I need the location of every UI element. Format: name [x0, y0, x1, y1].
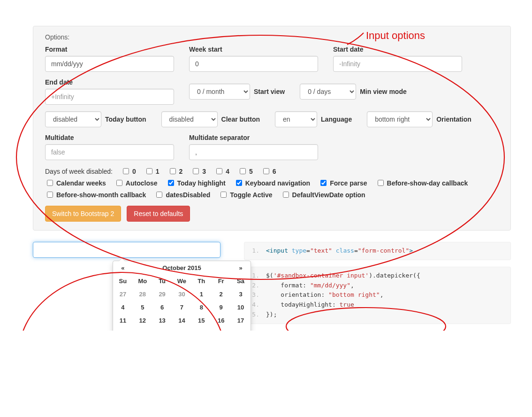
options-panel: Options: Format Week start Start date En… [33, 26, 511, 231]
datepicker-day[interactable]: 9 [211, 301, 231, 314]
datepicker-title[interactable]: October 2015 [133, 261, 231, 274]
startdate-input[interactable] [333, 56, 462, 72]
datepicker-day[interactable]: 29 [152, 287, 172, 301]
dow-1-checkbox[interactable] [146, 168, 152, 174]
multidate-label: Multidate [45, 134, 174, 141]
datepicker-dow: Mo [133, 274, 152, 287]
datepicker-day[interactable]: 13 [152, 314, 172, 327]
datepicker-day[interactable]: 6 [152, 301, 172, 314]
before-show-day-label: Before-show-day callback [387, 179, 468, 187]
dow-5-label: 5 [249, 168, 253, 175]
datepicker-day[interactable]: 14 [172, 314, 192, 327]
minviewmode-label: Min view mode [360, 88, 407, 95]
dow-2-label: 2 [179, 168, 183, 175]
datepicker-next-button[interactable]: » [231, 261, 251, 274]
datepicker-dow: Sa [231, 274, 251, 287]
datepicker-day[interactable]: 8 [191, 301, 211, 314]
dates-disabled-checkbox[interactable] [156, 192, 162, 198]
multidate-sep-label: Multidate separator [189, 134, 318, 141]
calendar-weeks-label: Calendar weeks [56, 179, 106, 187]
datepicker-day[interactable]: 2 [211, 287, 231, 301]
datepicker-dow: We [172, 274, 192, 287]
dow-3-label: 3 [202, 168, 206, 175]
keyboard-nav-checkbox[interactable] [236, 180, 242, 186]
datepicker-day[interactable]: 4 [113, 301, 133, 314]
datepicker-dow: Tu [152, 274, 172, 287]
weekstart-input[interactable] [189, 56, 318, 72]
dow-disabled-row: Days of week disabled: 0 1 2 3 4 5 6 [45, 167, 499, 176]
datepicker-popup: « October 2015 » SuMoTuWeThFrSa 27282930… [113, 261, 251, 331]
dow-3-checkbox[interactable] [193, 168, 199, 174]
datepicker-day[interactable]: 1 [191, 287, 211, 301]
weekstart-label: Week start [189, 46, 318, 53]
today-highlight-label: Today highlight [177, 179, 226, 187]
language-select[interactable]: en [275, 111, 317, 127]
force-parse-label: Force parse [330, 179, 367, 187]
before-show-month-checkbox[interactable] [47, 192, 53, 198]
format-input[interactable] [45, 56, 174, 72]
dow-0-label: 0 [132, 168, 136, 175]
enddate-input[interactable] [45, 89, 174, 105]
code-block-js: 1.$('#sandbox-container input').datepick… [244, 267, 511, 324]
calendar-weeks-checkbox[interactable] [47, 180, 53, 186]
todaybtn-select[interactable]: disabled [45, 111, 101, 127]
dow-4-checkbox[interactable] [216, 168, 222, 174]
datepicker-day[interactable]: 22 [191, 327, 211, 331]
switch-bootstrap-button[interactable]: Switch to Bootstrap 2 [45, 206, 121, 222]
datepicker-day[interactable]: 11 [113, 314, 133, 327]
format-label: Format [45, 46, 174, 53]
datepicker-day[interactable]: 28 [133, 287, 152, 301]
minviewmode-select[interactable]: 0 / days [300, 84, 356, 100]
before-show-day-checkbox[interactable] [378, 180, 384, 186]
datepicker-day[interactable]: 18 [113, 327, 133, 331]
reset-defaults-button[interactable]: Reset to defaults [127, 206, 190, 222]
preview-input[interactable] [33, 242, 220, 258]
startdate-label: Start date [333, 46, 462, 53]
datepicker-day[interactable]: 10 [231, 301, 251, 314]
datepicker-day[interactable]: 23 [211, 327, 231, 331]
datepicker-day[interactable]: 15 [191, 314, 211, 327]
datepicker-day[interactable]: 3 [231, 287, 251, 301]
enddate-label: End date [45, 78, 174, 86]
clearbtn-select[interactable]: disabled [161, 111, 218, 127]
autoclose-label: Autoclose [126, 179, 158, 187]
code-block-html: 1.<input type="text" class="form-control… [244, 242, 511, 260]
orientation-label: Orientation [436, 116, 471, 123]
dow-0-checkbox[interactable] [123, 168, 129, 174]
datepicker-day[interactable]: 27 [113, 287, 133, 301]
default-view-date-checkbox[interactable] [283, 192, 289, 198]
datepicker-day[interactable]: 21 [172, 327, 192, 331]
multidate-sep-input[interactable] [189, 144, 318, 160]
datepicker-day[interactable]: 7 [172, 301, 192, 314]
dow-1-label: 1 [156, 168, 160, 175]
datepicker-dow: Fr [211, 274, 231, 287]
toggle-active-label: Toggle Active [230, 191, 272, 199]
datepicker-day[interactable]: 12 [133, 314, 152, 327]
before-show-month-label: Before-show-month callback [56, 191, 146, 199]
dow-5-checkbox[interactable] [240, 168, 246, 174]
dow-6-checkbox[interactable] [263, 168, 269, 174]
toggle-active-checkbox[interactable] [220, 192, 227, 198]
datepicker-dow: Su [113, 274, 133, 287]
force-parse-checkbox[interactable] [320, 180, 327, 186]
datepicker-day[interactable]: 20 [152, 327, 172, 331]
dow-disabled-label: Days of week disabled: [45, 168, 113, 175]
startview-select[interactable]: 0 / month [189, 84, 250, 100]
datepicker-dow: Th [191, 274, 211, 287]
datepicker-prev-button[interactable]: « [113, 261, 133, 274]
today-highlight-checkbox[interactable] [168, 180, 174, 186]
datepicker-day[interactable]: 19 [133, 327, 152, 331]
multidate-input[interactable] [45, 144, 174, 160]
language-label: Language [321, 116, 352, 123]
dates-disabled-label: datesDisabled [166, 191, 210, 199]
datepicker-day[interactable]: 24 [231, 327, 251, 331]
autoclose-checkbox[interactable] [116, 180, 122, 186]
datepicker-day[interactable]: 16 [211, 314, 231, 327]
default-view-date-label: DefaultViewDate option [292, 191, 365, 199]
dow-2-checkbox[interactable] [170, 168, 176, 174]
datepicker-day[interactable]: 30 [172, 287, 192, 301]
datepicker-day[interactable]: 17 [231, 314, 251, 327]
orientation-select[interactable]: bottom right [367, 111, 433, 127]
datepicker-day[interactable]: 5 [133, 301, 152, 314]
dow-4-label: 4 [226, 168, 229, 175]
